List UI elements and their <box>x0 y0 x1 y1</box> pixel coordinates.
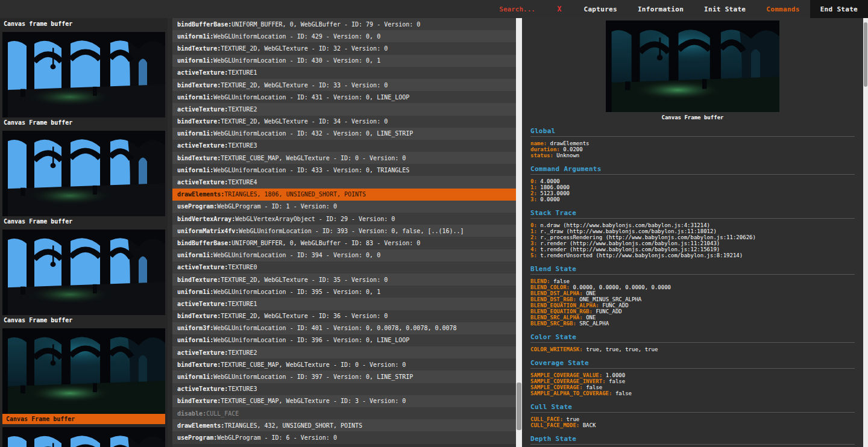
tab-captures[interactable]: Captures <box>574 0 627 18</box>
section-title: Blend State <box>530 265 855 275</box>
command-scrollbar-thumb[interactable] <box>517 383 521 430</box>
command-args: WebGLVertexArrayObject - ID: 29 - Versio… <box>235 216 395 222</box>
state-row: 0: 4.0000 <box>530 178 855 184</box>
state-row: 1: r._draw (http://www.babylonjs.com/bab… <box>530 228 855 234</box>
command-args: TEXTURE_CUBE_MAP, WebGLTexture - ID: 3 -… <box>221 398 406 404</box>
command-row-bindTexture[interactable]: bindTexture: TEXTURE_CUBE_MAP, WebGLText… <box>172 152 516 164</box>
framebuffer-item[interactable]: Canvas Frame buffer <box>2 131 165 227</box>
state-key: SAMPLE_COVERAGE: <box>530 384 586 390</box>
state-key: BLEND_SRC_ALPHA: <box>530 314 586 320</box>
command-row-bindTexture[interactable]: bindTexture: TEXTURE_CUBE_MAP, WebGLText… <box>172 358 516 370</box>
command-args: WebGLUniformLocation - ID: 397 - Version… <box>213 374 413 380</box>
state-key: 3: <box>530 240 540 246</box>
command-row-disable[interactable]: disable: CULL_FACE <box>172 407 516 419</box>
command-row-bindTexture[interactable]: bindTexture: TEXTURE_CUBE_MAP, WebGLText… <box>172 395 516 407</box>
command-row-activeTexture[interactable]: activeTexture: TEXTURE4 <box>172 176 516 188</box>
detail-scrollbar[interactable] <box>863 18 868 447</box>
command-args: TEXTURE_CUBE_MAP, WebGLTexture - ID: 0 -… <box>221 155 406 161</box>
state-row: BLEND: false <box>530 278 855 284</box>
framebuffer-item[interactable]: Canvas Frame buffer <box>2 328 165 424</box>
command-row-drawElements[interactable]: drawElements: TRIANGLES, 1806, UNSIGNED_… <box>172 189 516 201</box>
command-row-uniform1i[interactable]: uniform1i: WebGLUniformLocation - ID: 39… <box>172 370 516 383</box>
top-bar: X CapturesInformationInit StateCommandsE… <box>0 0 868 18</box>
command-row-activeTexture[interactable]: activeTexture: TEXTURE3 <box>172 140 516 152</box>
command-name: uniform1i: <box>177 337 213 343</box>
command-row-useProgram[interactable]: useProgram: WebGLProgram - ID: 6 - Versi… <box>172 431 516 443</box>
command-row-bindBufferBase[interactable]: bindBufferBase: UNIFORM_BUFFER, 0, WebGL… <box>172 237 516 249</box>
section-command-arguments: Command Arguments0: 4.00001: 1806.00002:… <box>530 165 855 202</box>
command-row-activeTexture[interactable]: activeTexture: TEXTURE2 <box>172 103 516 115</box>
tab-commands[interactable]: Commands <box>756 0 810 18</box>
tab-bar: CapturesInformationInit StateCommandsEnd… <box>574 0 868 18</box>
command-row-uniformMatrix4fv[interactable]: uniformMatrix4fv: WebGLUniformLocation -… <box>172 225 516 237</box>
command-row-bindTexture[interactable]: bindTexture: TEXTURE_2D, WebGLTexture - … <box>172 116 516 128</box>
search-input[interactable] <box>498 5 556 14</box>
command-row-uniform1i[interactable]: uniform1i: WebGLUniformLocation - ID: 43… <box>172 164 516 176</box>
command-row-uniform1i[interactable]: uniform1i: WebGLUniformLocation - ID: 39… <box>172 334 516 346</box>
state-row: status: Unknown <box>530 152 855 158</box>
framebuffer-thumbnail[interactable] <box>2 427 165 447</box>
state-value: n.draw (http://www.babylonjs.com/babylon… <box>540 222 710 228</box>
state-key: 0: <box>530 178 540 184</box>
command-row-bindTexture[interactable]: bindTexture: TEXTURE_2D, WebGLTexture - … <box>172 274 516 286</box>
state-key: CULL_FACE_MODE: <box>530 422 583 428</box>
framebuffer-label-selected[interactable]: Canvas Frame buffer <box>2 414 165 424</box>
command-args: TEXTURE1 <box>228 301 257 307</box>
command-name: useProgram: <box>177 203 217 210</box>
search-clear-button[interactable]: X <box>556 5 568 13</box>
command-row-useProgram[interactable]: useProgram: WebGLProgram - ID: 1 - Versi… <box>172 201 516 213</box>
command-row-bindVertexArray[interactable]: bindVertexArray: WebGLVertexArrayObject … <box>172 213 516 225</box>
command-row-drawElements[interactable]: drawElements: TRIANGLES, 432, UNSIGNED_S… <box>172 419 516 431</box>
framebuffer-thumbnail[interactable] <box>2 131 165 216</box>
section-title: Depth State <box>530 435 855 445</box>
state-value: ONE_MINUS_SRC_ALPHA <box>579 296 641 302</box>
command-name: uniform3f: <box>177 325 213 331</box>
tab-information[interactable]: Information <box>627 0 694 18</box>
state-key: CULL_FACE: <box>530 416 567 422</box>
command-row-activeTexture[interactable]: activeTexture: TEXTURE1 <box>172 67 516 79</box>
framebuffer-item[interactable]: Canvas Frame buffer <box>2 230 165 325</box>
command-row-uniform1i[interactable]: uniform1i: WebGLUniformLocation - ID: 39… <box>172 249 516 261</box>
command-args: WebGLUniformLocation - ID: 433 - Version… <box>213 167 409 173</box>
section-blend-state: Blend StateBLEND: falseBLEND_COLOR: 0.00… <box>530 265 855 327</box>
section-title: Cull State <box>530 403 855 413</box>
detail-scrollbar-thumb[interactable] <box>864 22 867 87</box>
preview-label: Canvas Frame buffer <box>606 112 779 120</box>
command-row-uniform1i[interactable]: uniform1i: WebGLUniformLocation - ID: 42… <box>172 30 516 42</box>
framebuffer-label-partial[interactable]: Canvas frame buffer <box>2 18 165 29</box>
command-row-uniform3f[interactable]: uniform3f: WebGLUniformLocation - ID: 40… <box>172 322 516 334</box>
command-row-bindTexture[interactable]: bindTexture: TEXTURE_2D, WebGLTexture - … <box>172 79 516 91</box>
command-name: activeTexture: <box>177 386 228 392</box>
framebuffer-list: Canvas frame bufferCanvas Frame bufferCa… <box>0 18 168 447</box>
command-row-bindTexture[interactable]: bindTexture: TEXTURE_2D, WebGLTexture - … <box>172 310 516 322</box>
command-row-uniform1i[interactable]: uniform1i: WebGLUniformLocation - ID: 39… <box>172 286 516 298</box>
framebuffer-thumbnail[interactable] <box>2 32 165 117</box>
state-value: 5123.0000 <box>540 190 570 196</box>
state-row: COLOR_WRITEMASK: true, true, true, true <box>530 346 855 352</box>
command-row-uniform1i[interactable]: uniform1i: WebGLUniformLocation - ID: 43… <box>172 128 516 140</box>
tab-end-state[interactable]: End State <box>810 0 868 18</box>
command-row-bindBufferBase[interactable]: bindBufferBase: UNIFORM_BUFFER, 0, WebGL… <box>172 18 516 30</box>
state-key: 1: <box>530 184 540 190</box>
command-row-activeTexture[interactable]: activeTexture: TEXTURE2 <box>172 346 516 358</box>
command-row-activeTexture[interactable]: activeTexture: TEXTURE1 <box>172 298 516 310</box>
framebuffer-label[interactable]: Canvas Frame buffer <box>2 216 165 227</box>
framebuffer-label[interactable]: Canvas Frame buffer <box>2 117 165 128</box>
command-name: activeTexture: <box>177 264 228 270</box>
framebuffer-label[interactable]: Canvas Frame buffer <box>2 315 165 325</box>
framebuffer-thumbnail[interactable] <box>2 328 165 414</box>
command-row-uniform1i[interactable]: uniform1i: WebGLUniformLocation - ID: 43… <box>172 55 516 67</box>
command-name: uniformMatrix4fv: <box>177 228 239 234</box>
command-row-activeTexture[interactable]: activeTexture: TEXTURE0 <box>172 261 516 274</box>
framebuffer-item[interactable] <box>2 427 165 447</box>
command-args: WebGLUniformLocation - ID: 431 - Version… <box>213 94 409 101</box>
command-list-scrollbar[interactable] <box>516 18 522 447</box>
framebuffer-item[interactable]: Canvas Frame buffer <box>2 32 165 128</box>
command-args: TEXTURE_CUBE_MAP, WebGLTexture - ID: 0 -… <box>221 361 406 368</box>
tab-init-state[interactable]: Init State <box>694 0 756 18</box>
command-row-uniform1i[interactable]: uniform1i: WebGLUniformLocation - ID: 43… <box>172 91 516 103</box>
framebuffer-thumbnail[interactable] <box>2 230 165 315</box>
command-row-activeTexture[interactable]: activeTexture: TEXTURE3 <box>172 383 516 395</box>
command-row-bindTexture[interactable]: bindTexture: TEXTURE_2D, WebGLTexture - … <box>172 42 516 54</box>
state-value: ONE <box>586 314 596 320</box>
